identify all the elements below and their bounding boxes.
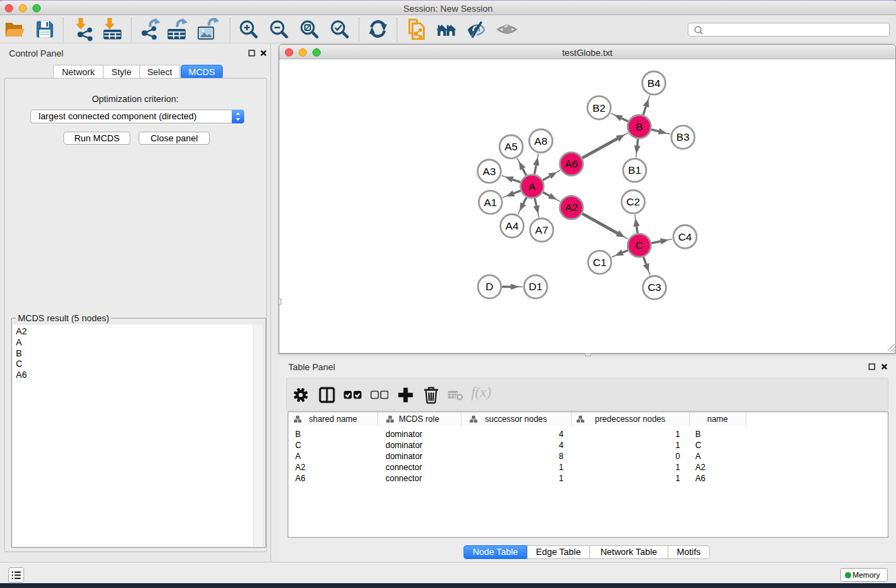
svg-text:B2: B2 (593, 102, 606, 114)
svg-text:A7: A7 (535, 224, 548, 236)
svg-text:D1: D1 (529, 281, 543, 292)
svg-text:A6: A6 (565, 158, 578, 170)
svg-text:A5: A5 (505, 141, 518, 152)
svg-text:B1: B1 (628, 164, 641, 176)
svg-text:A4: A4 (506, 220, 519, 232)
svg-text:B4: B4 (647, 77, 660, 89)
svg-text:C: C (635, 239, 643, 251)
svg-text:A1: A1 (484, 196, 497, 208)
svg-text:A3: A3 (483, 165, 496, 177)
svg-text:D: D (486, 281, 493, 292)
svg-text:A8: A8 (535, 135, 548, 147)
svg-text:C4: C4 (678, 231, 692, 243)
svg-text:C1: C1 (593, 256, 606, 268)
svg-text:C2: C2 (626, 196, 640, 207)
svg-text:C3: C3 (648, 281, 661, 293)
svg-text:A: A (528, 181, 536, 192)
svg-text:B3: B3 (677, 131, 690, 143)
svg-text:B: B (636, 121, 643, 132)
svg-text:A2: A2 (565, 201, 578, 213)
